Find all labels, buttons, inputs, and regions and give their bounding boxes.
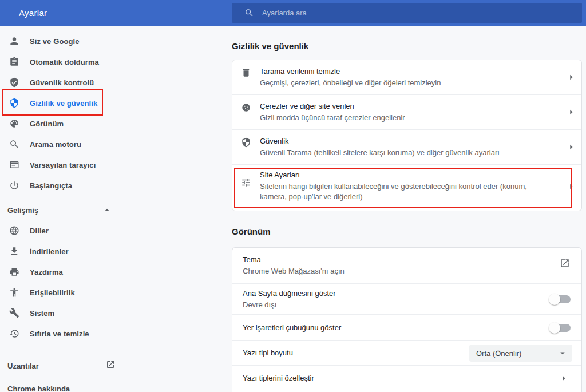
sidebar-item-label: Siz ve Google [30, 37, 80, 46]
row-theme[interactable]: Tema Chrome Web Mağazası'nı açın [232, 248, 581, 283]
security-shield-icon [232, 130, 260, 148]
sidebar-item-printing[interactable]: Yazdırma [0, 262, 125, 282]
privacy-section-title: Gizlilik ve güvenlik [232, 41, 586, 52]
arrow-right-icon [561, 106, 581, 118]
toggle-knob [549, 294, 560, 305]
row-title: Çerezler ve diğer site verileri [260, 101, 557, 112]
history-icon [9, 328, 20, 339]
sidebar-item-system[interactable]: Sistem [0, 303, 125, 323]
sidebar-item-label: İndirilenler [30, 247, 69, 256]
row-subtitle: Chrome Web Mağazası'nı açın [243, 266, 559, 276]
row-title: Site Ayarları [260, 170, 557, 180]
row-title: Tarama verilerini temizle [260, 66, 557, 77]
sidebar-item-label: Arama motoru [30, 140, 81, 149]
sidebar-divider [0, 353, 125, 353]
shield-check-icon [9, 77, 20, 88]
row-customize-fonts[interactable]: Yazı tiplerini özelleştir [232, 365, 581, 391]
person-icon [9, 35, 20, 47]
accessibility-icon [9, 287, 20, 298]
sidebar-item-label: Erişilebilirlik [30, 288, 75, 297]
sidebar-item-label: Diller [30, 227, 49, 235]
globe-icon [9, 225, 20, 236]
printer-icon [9, 266, 20, 278]
row-clear-browsing-data[interactable]: Tarama verilerini temizle Geçmişi, çerez… [232, 60, 581, 94]
sidebar-item-privacy-and-security[interactable]: Gizlilik ve güvenlik [0, 93, 125, 113]
search-input[interactable]: Ayarlarda ara [232, 3, 582, 23]
row-site-settings[interactable]: Site Ayarları Sitelerin hangi bilgileri … [232, 164, 581, 211]
download-icon [9, 246, 20, 257]
font-size-select[interactable]: Orta (Önerilir) [469, 345, 572, 362]
row-subtitle: Sitelerin hangi bilgileri kullanabileceğ… [260, 181, 549, 202]
search-placeholder: Ayarlarda ara [262, 9, 307, 17]
row-subtitle: Geçmişi, çerezleri, önbelleği ve diğer ö… [260, 78, 557, 88]
row-show-bookmarks-bar[interactable]: Yer işaretleri çubuğunu göster [232, 314, 581, 340]
sidebar-item-label: Sistem [30, 309, 54, 318]
row-cookies[interactable]: Çerezler ve diğer site verileri Gizli mo… [232, 94, 581, 129]
appearance-section-title: Görünüm [232, 226, 586, 237]
sidebar-item-label: Sıfırla ve temizle [30, 330, 89, 338]
home-button-toggle[interactable] [551, 295, 571, 303]
row-subtitle: Devre dışı [243, 300, 551, 310]
sidebar-item-label: Başlangıçta [30, 181, 72, 190]
row-subtitle: Güvenli Tarama (tehlikeli sitelere karşı… [260, 148, 557, 158]
search-icon [9, 138, 20, 150]
sidebar-item-label: Uzantılar [7, 362, 39, 370]
top-bar: Ayarlar Ayarlarda ara [0, 0, 586, 26]
sidebar-item-label: Güvenlik kontrolü [30, 78, 94, 87]
sidebar-advanced-toggle[interactable]: Gelişmiş [0, 200, 125, 220]
sidebar-item-label: Chrome hakkında [7, 385, 70, 392]
sidebar-item-extensions[interactable]: Uzantılar [0, 355, 125, 376]
row-show-home-button[interactable]: Ana Sayfa düğmesini göster Devre dışı [232, 283, 581, 314]
sidebar-item-autofill[interactable]: Otomatik doldurma [0, 52, 125, 72]
font-size-value: Orta (Önerilir) [476, 349, 557, 358]
privacy-shield-icon [9, 97, 20, 109]
arrow-right-icon [555, 373, 572, 384]
settings-content: Gizlilik ve güvenlik Tarama verilerini t… [125, 26, 586, 392]
toggle-knob [549, 322, 560, 334]
caret-down-icon [557, 348, 568, 358]
sidebar-item-label: Otomatik doldurma [30, 58, 99, 66]
clipboard-icon [9, 56, 20, 68]
sidebar-item-default-browser[interactable]: Varsayılan tarayıcı [0, 155, 125, 175]
sidebar-item-accessibility[interactable]: Erişilebilirlik [0, 282, 125, 303]
row-subtitle: Gizli modda üçüncü taraf çerezler engell… [260, 113, 557, 123]
privacy-card: Tarama verilerini temizle Geçmişi, çerez… [232, 60, 582, 211]
external-link-icon [106, 360, 115, 371]
arrow-right-icon [561, 72, 581, 83]
sidebar-item-downloads[interactable]: İndirilenler [0, 241, 125, 262]
sidebar-item-label: Varsayılan tarayıcı [30, 161, 96, 169]
palette-icon [9, 118, 20, 129]
page-title: Ayarlar [19, 8, 47, 18]
sidebar-item-languages[interactable]: Diller [0, 220, 125, 241]
sidebar-item-label: Yazdırma [30, 268, 63, 276]
bookmarks-bar-toggle[interactable] [551, 324, 571, 332]
settings-sidebar: Siz ve Google Otomatik doldurma Güvenlik… [0, 26, 125, 392]
external-link-icon [559, 258, 571, 268]
sidebar-item-label: Görünüm [30, 120, 64, 128]
row-title: Yazı tipi boyutu [243, 348, 469, 358]
advanced-label: Gelişmiş [7, 206, 38, 215]
arrow-right-icon [561, 181, 581, 192]
chevron-up-icon [102, 205, 112, 215]
sidebar-item-on-startup[interactable]: Başlangıçta [0, 175, 125, 196]
row-security[interactable]: Güvenlik Güvenli Tarama (tehlikeli sitel… [232, 129, 581, 164]
row-font-size[interactable]: Yazı tipi boyutu Orta (Önerilir) [232, 340, 581, 365]
sidebar-item-safety-check[interactable]: Güvenlik kontrolü [0, 72, 125, 93]
row-title: Güvenlik [260, 136, 557, 146]
trash-icon [232, 60, 260, 78]
search-icon [244, 8, 254, 18]
power-icon [9, 180, 20, 191]
sidebar-item-label: Gizlilik ve güvenlik [30, 99, 97, 108]
sidebar-item-appearance[interactable]: Görünüm [0, 113, 125, 134]
row-title: Ana Sayfa düğmesini göster [243, 288, 551, 299]
row-title: Tema [243, 255, 559, 265]
tune-icon [232, 165, 260, 188]
appearance-card: Tema Chrome Web Mağazası'nı açın Ana Say… [232, 247, 582, 392]
sidebar-item-reset-and-cleanup[interactable]: Sıfırla ve temizle [0, 323, 125, 344]
sidebar-item-you-and-google[interactable]: Siz ve Google [0, 31, 125, 52]
sidebar-item-search-engine[interactable]: Arama motoru [0, 134, 125, 155]
row-title: Yazı tiplerini özelleştir [243, 373, 555, 383]
sidebar-item-about-chrome[interactable]: Chrome hakkında [0, 378, 125, 392]
cookie-icon [232, 95, 260, 113]
row-title: Yer işaretleri çubuğunu göster [243, 323, 551, 333]
